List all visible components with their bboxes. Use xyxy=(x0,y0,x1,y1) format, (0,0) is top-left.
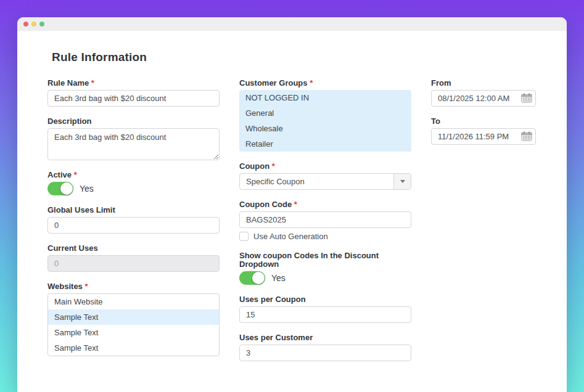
global-uses-limit-label: Global Uses Limit xyxy=(47,206,220,214)
coupon-code-label: Coupon Code * xyxy=(239,200,411,209)
required-asterisk: * xyxy=(272,161,275,171)
uses-per-customer-field: Uses per Customer xyxy=(239,333,411,361)
to-label: To xyxy=(431,117,536,126)
current-uses-field: Current Uses xyxy=(47,244,220,272)
from-label: From xyxy=(431,79,536,88)
coupon-select-value: Specific Coupon xyxy=(246,177,305,186)
active-toggle[interactable] xyxy=(47,182,73,195)
minimize-window-button[interactable] xyxy=(31,22,36,27)
customer-groups-option[interactable]: Retailer xyxy=(239,136,411,152)
close-window-button[interactable] xyxy=(23,22,28,27)
uses-per-coupon-field: Uses per Coupon xyxy=(239,295,411,323)
use-auto-generation-checkbox[interactable] xyxy=(239,232,249,241)
window-titlebar xyxy=(17,17,567,31)
coupon-code-input[interactable] xyxy=(239,211,411,228)
customer-groups-option[interactable]: Wholesale xyxy=(239,121,411,136)
form-column-middle: Customer Groups * NOT LOGGED IN General … xyxy=(239,79,411,372)
coupon-select[interactable]: Specific Coupon xyxy=(239,173,411,190)
show-coupon-codes-toggle[interactable] xyxy=(239,271,265,285)
websites-label: Websites * xyxy=(47,282,220,291)
uses-per-customer-input[interactable] xyxy=(239,345,411,361)
toggle-knob-icon xyxy=(60,182,73,195)
coupon-field: Coupon * Specific Coupon xyxy=(239,162,411,190)
coupon-select-button[interactable] xyxy=(393,174,411,189)
rule-name-label: Rule Name * xyxy=(47,79,220,88)
description-label: Description xyxy=(47,117,220,126)
page-content: Rule Information Rule Name * Description… xyxy=(17,31,567,372)
required-asterisk: * xyxy=(294,200,297,209)
page-title: Rule Information xyxy=(52,51,567,64)
show-coupon-codes-field: Show coupon Codes In the Discount Dropdo… xyxy=(239,251,411,285)
customer-groups-option[interactable]: NOT LOGGED IN xyxy=(239,90,411,105)
calendar-icon[interactable] xyxy=(521,93,532,103)
coupon-code-field: Coupon Code * Use Auto Generation xyxy=(239,200,411,241)
rule-name-field: Rule Name * xyxy=(47,79,220,107)
toggle-knob-icon xyxy=(252,272,265,284)
customer-groups-label: Customer Groups * xyxy=(239,79,411,88)
show-coupon-codes-toggle-state: Yes xyxy=(271,273,286,283)
required-asterisk: * xyxy=(91,78,94,88)
global-uses-limit-input[interactable] xyxy=(47,217,220,234)
required-asterisk: * xyxy=(74,170,77,179)
active-field: Active * Yes xyxy=(47,171,220,195)
required-asterisk: * xyxy=(84,282,88,291)
customer-groups-field: Customer Groups * NOT LOGGED IN General … xyxy=(239,79,411,152)
active-toggle-state: Yes xyxy=(80,184,94,194)
form-column-left: Rule Name * Description Each 3rd bag wit… xyxy=(47,79,220,372)
use-auto-generation-row: Use Auto Generation xyxy=(239,232,411,241)
rule-name-input[interactable] xyxy=(47,90,220,107)
websites-option[interactable]: Sample Text xyxy=(48,325,219,340)
uses-per-customer-label: Uses per Customer xyxy=(239,333,411,342)
coupon-label: Coupon * xyxy=(239,162,411,171)
calendar-icon[interactable] xyxy=(521,131,532,141)
websites-listbox: Main Website Sample Text Sample Text Sam… xyxy=(47,293,220,356)
current-uses-label: Current Uses xyxy=(47,244,220,253)
from-field: From xyxy=(431,79,536,107)
to-date-input[interactable] xyxy=(431,128,536,145)
required-asterisk: * xyxy=(310,78,313,88)
maximize-window-button[interactable] xyxy=(39,22,44,27)
form-column-right: From xyxy=(431,79,536,372)
show-coupon-codes-label: Show coupon Codes In the Discount Dropdo… xyxy=(239,251,411,269)
use-auto-generation-label: Use Auto Generation xyxy=(253,232,328,241)
description-textarea[interactable]: Each 3rd bag with $20 discount xyxy=(47,128,220,160)
from-date-input[interactable] xyxy=(431,90,536,107)
description-field: Description Each 3rd bag with $20 discou… xyxy=(47,117,220,160)
chevron-down-icon xyxy=(400,180,405,183)
customer-groups-listbox: NOT LOGGED IN General Wholesale Retailer xyxy=(239,90,411,152)
websites-option-selected[interactable]: Sample Text xyxy=(48,309,219,325)
uses-per-coupon-label: Uses per Coupon xyxy=(239,295,411,304)
browser-window: Rule Information Rule Name * Description… xyxy=(17,17,567,392)
websites-option[interactable]: Main Website xyxy=(48,294,219,309)
current-uses-input xyxy=(47,255,220,272)
customer-groups-option[interactable]: General xyxy=(239,105,411,121)
websites-field: Websites * Main Website Sample Text Samp… xyxy=(47,282,220,356)
active-label: Active * xyxy=(47,171,220,179)
to-field: To xyxy=(431,117,536,145)
websites-option[interactable]: Sample Text xyxy=(48,340,219,356)
form-columns: Rule Name * Description Each 3rd bag wit… xyxy=(35,79,567,372)
uses-per-coupon-input[interactable] xyxy=(239,306,411,323)
global-uses-limit-field: Global Uses Limit xyxy=(47,206,220,234)
